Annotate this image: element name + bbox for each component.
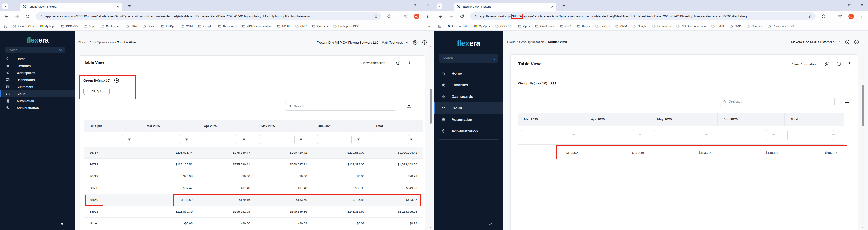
bookmark-folder[interactable]: Courses	[312, 24, 328, 28]
add-group-by-icon[interactable]	[114, 78, 119, 83]
bookmark-folder[interactable]: UI/UX	[277, 24, 289, 28]
browser-tab[interactable]: Tabular View - Flexera	[454, 3, 557, 11]
filter-icon[interactable]	[299, 137, 303, 142]
column-header[interactable]: Mar 2025	[141, 120, 198, 132]
bookmark-folder[interactable]: UI/UX	[711, 24, 724, 28]
bookmark-folder[interactable]: Rackspace POC	[333, 24, 359, 28]
help-icon[interactable]	[854, 39, 859, 45]
bookmark-folder[interactable]: Confluence	[101, 24, 120, 28]
breadcrumb-cost-optimization[interactable]: Cost Optimization	[90, 41, 114, 44]
account-switcher[interactable]: Flexera One MSP Customer 5	[791, 39, 859, 45]
column-header[interactable]: Apr 2025	[198, 120, 256, 132]
extensions-icon[interactable]	[822, 14, 826, 19]
bookmark-folder[interactable]: FinOps	[161, 24, 175, 28]
back-icon[interactable]	[4, 14, 9, 19]
filter-icon[interactable]	[831, 133, 835, 137]
tab-search-button[interactable]	[2, 3, 8, 9]
bookmark-folder[interactable]: Google	[632, 24, 647, 28]
bookmark-folder[interactable]: CCO-CCr	[61, 24, 78, 28]
breadcrumb-cloud[interactable]: Cloud	[507, 40, 516, 44]
card-menu-icon[interactable]	[407, 60, 411, 64]
address-bar[interactable]: app.flexera.com/orgs/36610/optima/tabula…	[36, 12, 381, 20]
scroll-down-button[interactable]: ▼	[429, 226, 433, 230]
user-icon[interactable]	[845, 39, 850, 45]
browser-menu-icon[interactable]	[426, 14, 430, 18]
bookmark-my-apps[interactable]: My Apps	[474, 24, 490, 28]
address-bar[interactable]: app.flexera.com/orgs/38659/optima/tabula…	[470, 12, 815, 20]
bookmark-folder[interactable]: Apps	[518, 24, 530, 28]
column-filter-input[interactable]	[588, 130, 634, 140]
bookmark-folder[interactable]: Apps	[84, 24, 95, 28]
table-row[interactable]: 38659 $183.62 $179.16 $183.70 $136.88 $6…	[84, 194, 423, 206]
column-filter-input[interactable]	[720, 130, 767, 140]
breadcrumb-cloud[interactable]: Cloud	[78, 41, 86, 44]
bookmark-folder[interactable]: Resources	[218, 24, 237, 28]
sidebar-item-dashboards[interactable]: Dashboards	[0, 76, 75, 83]
table-row[interactable]: 38661 $223,870.39 $296,561.05 $345,189.8…	[84, 206, 423, 218]
scrollbar-thumb[interactable]	[430, 88, 432, 124]
bookmark-folder[interactable]: Google	[198, 24, 212, 28]
tab-search-button[interactable]	[437, 3, 442, 9]
sidebar-item-automation[interactable]: Automation	[0, 97, 75, 104]
column-filter-input[interactable]	[203, 135, 237, 144]
bookmark-folder[interactable]: JIRA	[560, 24, 571, 28]
sidebar-item-home[interactable]: Home	[0, 55, 75, 62]
link-icon[interactable]	[824, 61, 829, 66]
filter-icon[interactable]	[638, 133, 642, 137]
new-tab-button[interactable]: +	[562, 4, 565, 8]
browser-menu-icon[interactable]	[860, 14, 864, 18]
bookmark-folder[interactable]: FinOps	[595, 24, 610, 28]
apps-grid-icon[interactable]	[438, 24, 442, 28]
back-icon[interactable]	[438, 14, 443, 19]
bookmark-folder[interactable]: Courses	[746, 24, 762, 28]
bookmark-folder[interactable]: Decks	[577, 24, 590, 28]
apps-grid-icon[interactable]	[4, 24, 7, 28]
download-icon[interactable]	[406, 103, 412, 108]
bookmark-folder[interactable]: CMM	[181, 24, 193, 28]
reload-icon[interactable]	[25, 14, 30, 19]
sidebar-search-input[interactable]	[7, 48, 57, 52]
sidebar-item-administration[interactable]: Administration	[0, 104, 75, 111]
column-filter-input[interactable]	[146, 135, 180, 144]
column-filter-input[interactable]	[89, 135, 123, 144]
filter-icon[interactable]	[185, 137, 189, 142]
column-header[interactable]: Apr 2025	[585, 113, 651, 126]
column-header[interactable]: Bill Split	[84, 120, 141, 132]
scrollbar-thumb[interactable]	[862, 85, 864, 126]
column-header[interactable]: Jun 2025	[717, 113, 784, 126]
sidebar-item-favorites[interactable]: Favorites	[434, 79, 503, 91]
tab-close-icon[interactable]	[116, 5, 119, 8]
sidebar-collapse-icon[interactable]	[60, 222, 64, 226]
info-icon[interactable]	[836, 61, 841, 66]
sidebar-item-cloud[interactable]: Cloud	[434, 102, 503, 114]
column-filter-input[interactable]	[654, 130, 701, 140]
close-icon[interactable]	[426, 3, 430, 7]
profile-avatar[interactable]	[848, 13, 854, 19]
filter-icon[interactable]	[771, 133, 776, 137]
table-search-input[interactable]	[728, 99, 831, 103]
sidebar-item-workspaces[interactable]: Workspaces	[0, 69, 75, 76]
bookmark-folder[interactable]: JIRA	[126, 24, 137, 28]
media-playlist-icon[interactable]	[403, 14, 408, 19]
table-row[interactable]: 36717 $235,035.44 $275,369.47 $290,420.4…	[84, 147, 423, 159]
bookmark-folder[interactable]: CMM	[615, 24, 627, 28]
sidebar-search[interactable]	[5, 47, 65, 53]
table-row[interactable]: 36718 $235,125.51 $275,590.41 $290,087.2…	[84, 159, 423, 170]
page-scrollbar[interactable]: ▲ ▼	[429, 45, 433, 230]
filter-icon[interactable]	[127, 137, 131, 142]
minimize-icon[interactable]	[400, 3, 404, 7]
extensions-icon[interactable]	[387, 14, 391, 19]
filter-icon[interactable]	[571, 133, 576, 137]
column-filter-input[interactable]	[317, 135, 351, 144]
column-header[interactable]: Mar 2025	[518, 113, 585, 126]
table-row[interactable]: $183.62 $179.16 $183.70 $136.88 $683.37	[518, 145, 844, 161]
table-search[interactable]	[720, 97, 835, 106]
site-settings-icon[interactable]	[473, 15, 477, 18]
bookmark-folder[interactable]: CCO-CCr	[495, 24, 513, 28]
bookmark-folder[interactable]: Confluence	[535, 24, 554, 28]
breadcrumb-cost-optimization[interactable]: Cost Optimization	[519, 40, 544, 44]
help-icon[interactable]	[422, 40, 427, 45]
bookmark-flexera-okta[interactable]: Flexera Okta	[13, 24, 34, 28]
scroll-up-button[interactable]: ▲	[861, 45, 865, 48]
sidebar-collapse-icon[interactable]	[488, 222, 493, 226]
